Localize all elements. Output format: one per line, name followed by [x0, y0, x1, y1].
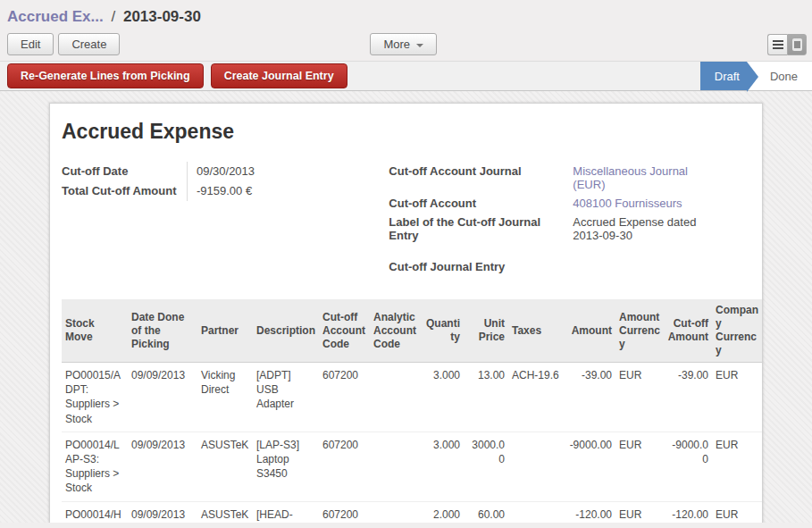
- edit-button[interactable]: Edit: [7, 33, 54, 55]
- table-cell: PO00015/ADPT: Suppliers > Stock: [62, 363, 128, 432]
- table-cell: -120.00: [564, 501, 615, 523]
- table-cell: EUR: [615, 501, 664, 523]
- cutoff-account-journal-link[interactable]: Miscellaneous Journal (EUR): [564, 162, 714, 194]
- table-cell: -9000.00: [664, 432, 712, 501]
- page-title: Accrued Expense: [62, 120, 750, 144]
- table-cell: 3.000: [421, 432, 464, 501]
- table-cell: PO00014/LAP-S3: Suppliers > Stock: [62, 432, 128, 501]
- breadcrumb-parent-link[interactable]: Accrued Ex...: [7, 8, 104, 25]
- cutoff-journal-entry-value: [564, 257, 573, 276]
- table-cell: 2.000: [421, 501, 464, 523]
- table-cell: 09/09/2013: [128, 432, 197, 501]
- total-cutoff-amount-label: Total Cut-off Amount: [62, 181, 187, 201]
- table-cell: 09/09/2013: [128, 363, 197, 432]
- table-cell: Vicking Direct: [197, 363, 253, 432]
- action-bar: Re-Generate Lines from Picking Create Jo…: [0, 61, 812, 91]
- table-cell: 607200: [319, 363, 370, 432]
- column-header: Taxes: [508, 299, 564, 363]
- statusbar: Draft Done: [700, 62, 812, 90]
- column-header: Cut-off Amount: [664, 299, 712, 363]
- table-cell: 13.00: [464, 363, 508, 432]
- table-cell: [508, 432, 564, 501]
- table-cell: 3000.00: [464, 432, 508, 501]
- column-header: Date Done of the Picking: [128, 299, 197, 363]
- cutoff-journal-entry-label: Cut-off Journal Entry: [389, 257, 564, 276]
- form-view-icon: [792, 38, 802, 51]
- breadcrumb-separator: /: [107, 8, 119, 25]
- cutoff-date-value: 09/30/2013: [187, 162, 294, 181]
- table-cell: 09/09/2013: [128, 501, 197, 523]
- field-group-right: Cut-off Account Journal Miscellaneous Jo…: [385, 162, 750, 276]
- table-cell: EUR: [712, 432, 762, 501]
- lines-table: Stock MoveDate Done of the PickingPartne…: [62, 299, 762, 523]
- more-button[interactable]: More: [370, 33, 437, 55]
- table-header-row: Stock MoveDate Done of the PickingPartne…: [62, 299, 762, 363]
- table-row[interactable]: PO00014/HEAD-USB: Suppliers > Stock09/09…: [62, 501, 762, 523]
- form-view-background: Accrued Expense Cut-off Date 09/30/2013 …: [0, 91, 812, 523]
- state-draft[interactable]: Draft: [700, 62, 747, 90]
- table-cell: [LAP-S3] Laptop S3450: [253, 432, 319, 501]
- regenerate-lines-button[interactable]: Re-Generate Lines from Picking: [7, 63, 204, 88]
- table-cell: [ADPT] USB Adapter: [253, 363, 319, 432]
- column-header: Amount: [564, 299, 615, 363]
- table-cell: 60.00: [464, 501, 508, 523]
- column-header: Unit Price: [464, 299, 508, 363]
- journal-entry-label-value: Accrued Expense dated 2013-09-30: [564, 213, 714, 245]
- sheet: Accrued Expense Cut-off Date 09/30/2013 …: [49, 103, 763, 523]
- table-cell: PO00014/HEAD-USB: Suppliers > Stock: [62, 501, 128, 523]
- table-cell: -39.00: [664, 363, 712, 432]
- table-cell: -9000.00: [564, 432, 615, 501]
- list-view-button[interactable]: [767, 34, 787, 55]
- table-row[interactable]: PO00015/ADPT: Suppliers > Stock09/09/201…: [62, 363, 762, 432]
- column-header: Cut-off Account Code: [319, 299, 370, 363]
- list-view-icon: [773, 40, 783, 49]
- table-cell: [508, 501, 564, 523]
- table-cell: ASUSTeK: [197, 501, 253, 523]
- table-cell: EUR: [615, 363, 664, 432]
- column-header: Description: [253, 299, 319, 363]
- field-group-left: Cut-off Date 09/30/2013 Total Cut-off Am…: [62, 162, 385, 276]
- table-cell: EUR: [712, 501, 762, 523]
- column-header: Quantity: [421, 299, 464, 363]
- column-header: Company Currency: [712, 299, 762, 363]
- table-cell: 607200: [319, 432, 370, 501]
- create-button[interactable]: Create: [58, 33, 120, 55]
- column-header: Partner: [197, 299, 253, 363]
- table-cell: 607200: [319, 501, 370, 523]
- lines-table-container: Stock MoveDate Done of the PickingPartne…: [62, 299, 750, 523]
- table-cell: ASUSTeK: [197, 432, 253, 501]
- cutoff-account-journal-label: Cut-off Account Journal: [389, 162, 564, 194]
- create-journal-entry-button[interactable]: Create Journal Entry: [211, 63, 347, 88]
- form-view-button[interactable]: [787, 34, 807, 55]
- cutoff-date-label: Cut-off Date: [62, 162, 187, 181]
- table-cell: [370, 432, 421, 501]
- table-row[interactable]: PO00014/LAP-S3: Suppliers > Stock09/09/2…: [62, 432, 762, 501]
- table-cell: -120.00: [664, 501, 712, 523]
- view-switcher: [767, 34, 807, 55]
- chevron-down-icon: [416, 44, 423, 47]
- breadcrumb: Accrued Ex... / 2013-09-30: [0, 0, 812, 31]
- journal-entry-label-label: Label of the Cut-off Journal Entry: [389, 213, 564, 245]
- table-cell: [370, 363, 421, 432]
- table-cell: -39.00: [564, 363, 615, 432]
- table-cell: [HEAD-USB] Headset USB: [253, 501, 319, 523]
- total-cutoff-amount-value: -9159.00 €: [187, 181, 294, 201]
- table-cell: [370, 501, 421, 523]
- column-header: Amount Currency: [615, 299, 664, 363]
- table-cell: EUR: [615, 432, 664, 501]
- table-cell: 3.000: [421, 363, 464, 432]
- toolbar: Edit Create More: [0, 31, 812, 61]
- column-header: Stock Move: [62, 299, 128, 363]
- cutoff-account-label: Cut-off Account: [389, 194, 564, 213]
- breadcrumb-current: 2013-09-30: [123, 8, 201, 25]
- column-header: Analytic Account Code: [370, 299, 421, 363]
- table-cell: EUR: [712, 363, 762, 432]
- table-cell: ACH-19.6: [508, 363, 564, 432]
- cutoff-account-link[interactable]: 408100 Fournisseurs: [564, 194, 682, 213]
